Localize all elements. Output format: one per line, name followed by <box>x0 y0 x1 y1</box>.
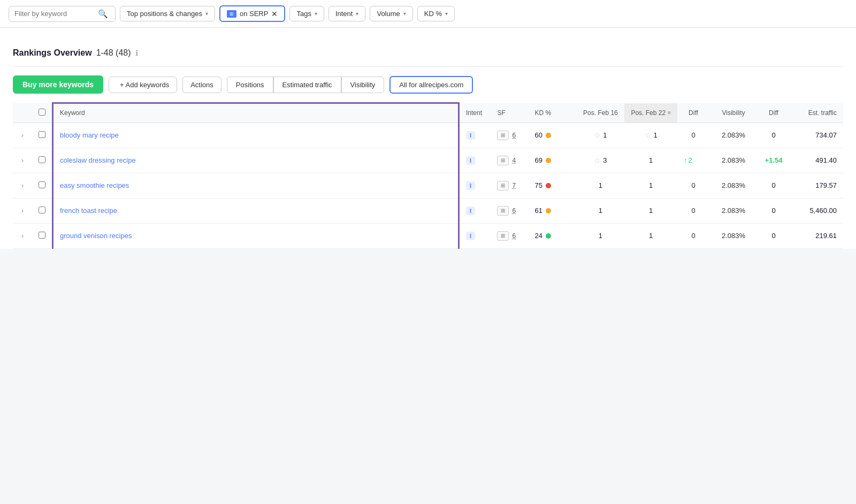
on-serp-close-button[interactable]: ✕ <box>271 10 278 18</box>
top-positions-dropdown[interactable]: Top positions & changes ▾ <box>120 6 215 21</box>
serp-icon: ⊞ <box>227 10 236 18</box>
buy-keywords-button[interactable]: Buy more keywords <box>13 75 103 94</box>
expand-button[interactable]: › <box>19 181 26 190</box>
est-traffic-cell: 734.07 <box>790 123 843 148</box>
tab-positions[interactable]: Positions <box>227 77 273 93</box>
volume-dropdown[interactable]: Volume ▾ <box>370 6 412 21</box>
sf-number: 6 <box>512 232 516 240</box>
volume-label: Volume <box>377 10 400 18</box>
on-serp-filter: ⊞ on SERP ✕ <box>219 5 285 22</box>
pos-feb16-cell: 1 <box>576 198 624 223</box>
kd-dot <box>546 133 551 138</box>
th-sf: SF <box>491 103 528 123</box>
kd-dot <box>546 208 551 213</box>
intent-cell: I <box>458 148 491 173</box>
row-checkbox[interactable] <box>39 181 45 188</box>
kd-label: KD % <box>424 10 442 18</box>
sf-cell: ⊞ 7 <box>491 173 528 198</box>
select-all-checkbox[interactable] <box>39 109 45 116</box>
sf-image-icon: ⊞ <box>497 206 509 216</box>
rankings-table-wrap: Keyword Intent SF KD % Pos. Feb 16 <box>13 102 843 249</box>
row-checkbox[interactable] <box>39 131 45 138</box>
keyword-link[interactable]: french toast recipe <box>60 207 117 215</box>
tags-dropdown[interactable]: Tags ▾ <box>289 6 324 21</box>
th-pos-feb22[interactable]: Pos. Feb 22 ≡ <box>624 103 677 123</box>
tab-visibility[interactable]: Visibility <box>341 77 385 93</box>
est-traffic-value: 491.40 <box>815 156 837 164</box>
visibility-value: 2.083% <box>722 181 745 189</box>
th-keyword: Keyword <box>53 103 459 123</box>
checkbox-cell <box>32 223 53 248</box>
actions-button[interactable]: Actions <box>182 77 221 93</box>
visibility-value: 2.083% <box>722 131 745 139</box>
filter-input-wrap: 🔍 <box>9 6 116 22</box>
est-traffic-cell: 491.40 <box>790 148 843 173</box>
row-checkbox[interactable] <box>39 232 45 239</box>
table-row: › bloody mary recipe I ⊞ 6 60 ☆1 ☆1 <box>13 123 843 148</box>
visibility-value: 2.083% <box>722 232 745 240</box>
diff-value: 0 <box>691 181 695 189</box>
pos-feb16-value: 1 <box>599 207 602 215</box>
add-keywords-button[interactable]: + Add keywords <box>109 77 177 93</box>
keyword-link[interactable]: coleslaw dressing recipe <box>60 156 136 164</box>
th-est-traffic: Est. traffic <box>790 103 843 123</box>
checkbox-cell <box>32 198 53 223</box>
diff-value: 0 <box>691 131 695 139</box>
visibility-value: 2.083% <box>722 156 745 164</box>
filter-keyword-input[interactable] <box>14 10 95 18</box>
info-icon[interactable]: ℹ <box>135 49 138 57</box>
table-row: › easy smoothie recipes I ⊞ 7 75 1 1 <box>13 173 843 198</box>
search-icon-button[interactable]: 🔍 <box>98 9 108 19</box>
est-traffic-value: 219.61 <box>815 232 837 240</box>
keyword-link[interactable]: easy smoothie recipes <box>60 181 129 189</box>
intent-badge: I <box>466 156 475 165</box>
sf-cell: ⊞ 4 <box>491 148 528 173</box>
row-checkbox[interactable] <box>39 207 45 213</box>
vis-diff-cell: 0 <box>758 223 790 248</box>
keyword-cell: french toast recipe <box>53 198 459 223</box>
est-traffic-value: 5,460.00 <box>809 207 837 215</box>
visibility-cell: 2.083% <box>709 123 758 148</box>
expand-button[interactable]: › <box>19 206 26 216</box>
pos-feb22-value: 1 <box>649 156 653 164</box>
expand-button[interactable]: › <box>19 231 26 241</box>
intent-badge: I <box>466 232 475 240</box>
diff-cell: 0 <box>677 198 709 223</box>
chevron-down-icon-5: ▾ <box>445 11 448 17</box>
tab-estimated-traffic[interactable]: Estimated traffic <box>273 77 341 93</box>
pos-feb16-value: 3 <box>603 156 607 164</box>
tab-all-for-domain[interactable]: All for allrecipes.com <box>389 76 473 94</box>
kd-cell: 75 <box>528 173 576 198</box>
keyword-link[interactable]: ground venison recipes <box>60 232 132 240</box>
chevron-down-icon: ▾ <box>205 11 208 17</box>
expand-button[interactable]: › <box>19 131 26 140</box>
checkbox-cell <box>32 148 53 173</box>
expand-button[interactable]: › <box>19 156 26 165</box>
kd-value: 61 <box>534 207 542 215</box>
th-pos-feb16: Pos. Feb 16 <box>576 103 624 123</box>
pos-feb22-value: 1 <box>654 131 658 139</box>
pos-feb16-value: 1 <box>599 232 602 240</box>
keyword-link[interactable]: bloody mary recipe <box>60 131 119 139</box>
est-traffic-cell: 5,460.00 <box>790 198 843 223</box>
chevron-down-icon-2: ▾ <box>315 11 317 17</box>
sf-number: 4 <box>512 157 516 164</box>
kd-dropdown[interactable]: KD % ▾ <box>417 6 455 21</box>
row-checkbox[interactable] <box>39 156 45 163</box>
rankings-count: 1-48 (48) <box>96 48 131 58</box>
vis-diff-value: 0 <box>771 181 775 189</box>
sf-image-icon: ⊞ <box>497 156 509 165</box>
on-serp-label: on SERP <box>240 10 268 18</box>
diff-value: 0 <box>691 232 695 240</box>
th-visibility: Visibility <box>709 103 758 123</box>
rankings-header: Rankings Overview 1-48 (48) ℹ <box>13 39 843 67</box>
visibility-cell: 2.083% <box>709 173 758 198</box>
expand-cell: › <box>13 123 32 148</box>
intent-badge: I <box>466 181 475 190</box>
intent-dropdown[interactable]: Intent ▾ <box>328 6 366 21</box>
pos-feb16-cell: ☆1 <box>576 123 624 148</box>
pos-feb16-value: 1 <box>603 131 607 139</box>
visibility-cell: 2.083% <box>709 198 758 223</box>
rankings-table: Keyword Intent SF KD % Pos. Feb 16 <box>13 102 843 249</box>
th-expand <box>13 103 32 123</box>
